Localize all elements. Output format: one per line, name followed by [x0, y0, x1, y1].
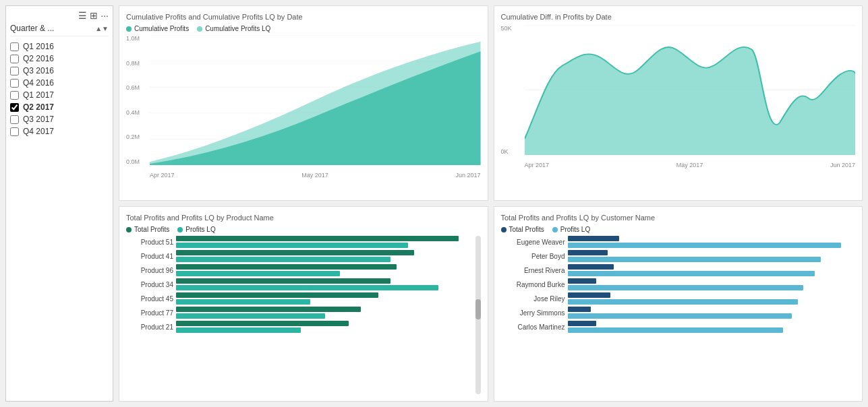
product-label: Product 34 [126, 281, 173, 288]
bar-track [176, 278, 474, 290]
profits-lq-bar [176, 299, 310, 305]
total-profits-bar [176, 264, 397, 270]
legend-label-total-cust: Total Profits [509, 226, 544, 233]
profits-lq-bar [176, 313, 325, 319]
list-item: Product 41 [126, 250, 474, 262]
customer-profits-lq-bar [568, 243, 841, 248]
bar-track [176, 307, 474, 319]
sidebar-items: Q1 2016Q2 2016Q3 2016Q4 2016Q1 2017Q2 20… [10, 40, 109, 137]
y-label-1: 1.0M [126, 35, 150, 42]
bar-track [176, 236, 474, 248]
list-item: Product 21 [126, 321, 474, 333]
cumulative-diff-chart: Cumulative Diff. in Profits by Date 50K … [494, 5, 863, 201]
x-label-apr: Apr 2017 [150, 172, 175, 179]
diff-x-may: May 2017 [676, 162, 703, 168]
customer-profits-lq-bar [568, 327, 784, 333]
customer-label: Peter Boyd [501, 253, 565, 260]
sidebar-item-q42017[interactable]: Q4 2017 [10, 125, 109, 137]
customer-label: Eugene Weaver [501, 239, 565, 246]
sidebar-item-q22017[interactable]: Q2 2017 [10, 101, 109, 113]
bottom-row: Total Profits and Profits LQ by Product … [119, 206, 863, 402]
sidebar-item-q12017[interactable]: Q1 2017 [10, 89, 109, 101]
legend-label-total: Total Profits [134, 226, 169, 233]
y-label-5: 0.2M [126, 133, 150, 140]
y-label-4: 0.4M [126, 109, 150, 116]
product-label: Product 21 [126, 323, 173, 331]
list-item: Raymond Burke [501, 278, 856, 290]
list-item: Product 51 [126, 236, 474, 248]
sidebar-menu-icon[interactable]: ☰ [78, 10, 87, 21]
customer-total-bar [568, 236, 620, 241]
sidebar-sort-arrows[interactable]: ▲▼ [95, 25, 109, 32]
legend-profits-lq-product: Profits LQ [177, 226, 215, 233]
product-profits-title: Total Profits and Profits LQ by Product … [126, 214, 481, 222]
checkbox-q42017[interactable] [10, 127, 19, 136]
list-item: Peter Boyd [501, 250, 856, 262]
sidebar-more-icon[interactable]: ··· [100, 10, 109, 21]
legend-label-lq-cust: Profits LQ [560, 226, 590, 233]
top-row: Cumulative Profits and Cumulative Profit… [119, 5, 863, 201]
filter-sidebar: ☰ ⊞ ··· Quarter & ... ▲▼ Q1 2016Q2 2016Q… [5, 5, 113, 402]
product-scrollbar[interactable] [475, 236, 481, 394]
customer-label: Raymond Burke [501, 281, 565, 288]
total-profits-bar [176, 292, 378, 298]
bar-track [176, 264, 474, 276]
sidebar-label-4: Q1 2017 [23, 90, 54, 100]
product-label: Product 45 [126, 295, 173, 303]
list-item: Eugene Weaver [501, 236, 856, 248]
diff-y-50k: 50K [501, 25, 525, 32]
sidebar-expand-icon[interactable]: ⊞ [90, 10, 98, 21]
diff-y-0k: 0K [501, 148, 525, 155]
checkbox-q42016[interactable] [10, 79, 19, 88]
checkbox-q12017[interactable] [10, 91, 19, 100]
total-profits-bar [176, 278, 390, 284]
diff-x-axis: Apr 2017 May 2017 Jun 2017 [525, 162, 856, 168]
sidebar-item-q42016[interactable]: Q4 2016 [10, 77, 109, 89]
sidebar-item-q32016[interactable]: Q3 2016 [10, 65, 109, 77]
product-label: Product 41 [126, 253, 173, 260]
checkbox-q22016[interactable] [10, 55, 19, 63]
sidebar-label-1: Q2 2016 [23, 54, 54, 63]
customer-profits-chart: Total Profits and Profits LQ by Customer… [494, 206, 863, 402]
legend-total-profits-customer: Total Profits [501, 226, 544, 233]
profits-lq-bar [176, 243, 408, 248]
cumulative-profits-chart: Cumulative Profits and Cumulative Profit… [119, 5, 488, 201]
sidebar-item-q22016[interactable]: Q2 2016 [10, 53, 109, 65]
cumulative-legend: Cumulative Profits Cumulative Profits LQ [126, 25, 481, 32]
customer-total-bar [568, 250, 608, 255]
list-item: Product 96 [126, 264, 474, 276]
customer-total-bar [568, 278, 597, 284]
legend-cumulative-profits: Cumulative Profits [126, 25, 189, 32]
x-label-may: May 2017 [301, 172, 328, 179]
y-axis-labels: 1.0M 0.8M 0.6M 0.4M 0.2M 0.0M [126, 35, 150, 165]
product-chart-body: Product 51Product 41Product 96Product 34… [126, 236, 481, 394]
customer-bars: Eugene WeaverPeter BoydErnest RiveraRaym… [501, 236, 856, 379]
legend-dot-profits [126, 26, 132, 32]
customer-bar-track [568, 250, 856, 262]
bar-track [176, 292, 474, 305]
sidebar-label-6: Q3 2017 [23, 115, 54, 124]
profits-lq-bar [176, 257, 390, 262]
sidebar-title-row: Quarter & ... ▲▼ [10, 24, 109, 36]
sidebar-item-q32017[interactable]: Q3 2017 [10, 113, 109, 125]
customer-bar-track [568, 236, 856, 248]
checkbox-q32017[interactable] [10, 115, 19, 124]
list-item: Ernest Rivera [501, 264, 856, 276]
customer-bar-track [568, 292, 856, 305]
customer-total-bar [568, 264, 614, 270]
product-label: Product 77 [126, 309, 173, 317]
legend-total-profits-product: Total Profits [126, 226, 169, 233]
total-profits-bar [176, 250, 414, 255]
checkbox-q12016[interactable] [10, 42, 19, 51]
customer-profits-title: Total Profits and Profits LQ by Customer… [501, 214, 856, 222]
list-item: Product 45 [126, 292, 474, 305]
legend-label-profits: Cumulative Profits [134, 25, 189, 32]
legend-dot-lq-product [177, 227, 183, 232]
sidebar-item-q12016[interactable]: Q1 2016 [10, 40, 109, 53]
checkbox-q32016[interactable] [10, 67, 19, 75]
legend-profits-lq-customer: Profits LQ [552, 226, 590, 233]
total-profits-bar [176, 321, 349, 326]
checkbox-q22017[interactable] [10, 103, 19, 112]
diff-x-jun: Jun 2017 [830, 162, 855, 168]
customer-total-bar [568, 307, 591, 312]
